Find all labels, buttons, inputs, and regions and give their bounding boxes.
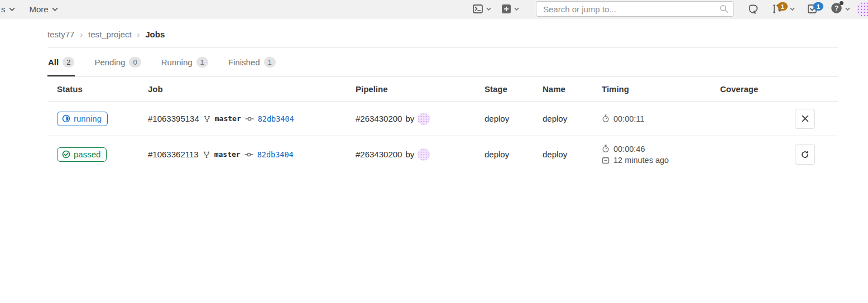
breadcrumb: testy77 › test_project › Jobs bbox=[47, 18, 838, 48]
calendar-icon bbox=[602, 156, 610, 164]
status-label: running bbox=[74, 114, 102, 123]
notification-dot bbox=[840, 1, 843, 5]
job-duration: 00:00:46 bbox=[613, 145, 645, 153]
terminal-icon bbox=[472, 3, 483, 15]
branch-name-link[interactable]: master bbox=[215, 114, 241, 123]
job-row: running #1063395134 master 82db3404 #263… bbox=[47, 102, 838, 136]
search-icon bbox=[720, 4, 728, 13]
breadcrumb-project-link[interactable]: test_project bbox=[88, 30, 132, 39]
merge-requests-count-badge: 1 bbox=[778, 2, 788, 11]
nav-item-truncated[interactable]: s bbox=[1, 4, 15, 14]
branch-icon bbox=[203, 115, 211, 123]
plus-square-icon bbox=[501, 4, 511, 14]
breadcrumb-separator: › bbox=[137, 30, 140, 39]
close-icon bbox=[801, 114, 809, 123]
stopwatch-icon bbox=[602, 145, 610, 153]
cancel-job-button[interactable] bbox=[795, 109, 815, 129]
job-finished-ago: 12 minutes ago bbox=[613, 156, 669, 165]
pipeline-id-link[interactable]: #263430200 bbox=[356, 114, 402, 123]
tab-finished[interactable]: Finished 1 bbox=[228, 48, 276, 76]
issues-icon bbox=[747, 3, 758, 15]
breadcrumb-group-link[interactable]: testy77 bbox=[47, 30, 74, 39]
branch-icon bbox=[203, 151, 210, 158]
tab-running-label: Running bbox=[161, 57, 193, 67]
tab-all[interactable]: All 2 bbox=[47, 48, 75, 76]
issues-button[interactable] bbox=[747, 3, 758, 15]
nav-item-truncated-label: s bbox=[1, 4, 6, 14]
commit-icon bbox=[244, 151, 253, 158]
chevron-down-icon bbox=[514, 7, 519, 11]
tab-finished-count: 1 bbox=[264, 57, 276, 68]
pipeline-author-avatar[interactable] bbox=[418, 148, 430, 161]
user-avatar[interactable] bbox=[857, 2, 868, 17]
stage-value: deploy bbox=[485, 114, 509, 123]
chevron-down-icon bbox=[845, 7, 850, 11]
chevron-down-icon bbox=[52, 7, 58, 11]
jobs-filter-tabs: All 2 Pending 0 Running 1 Finished 1 bbox=[47, 48, 838, 77]
chevron-down-icon bbox=[790, 7, 795, 11]
more-label: More bbox=[30, 4, 49, 14]
status-label: passed bbox=[74, 150, 100, 159]
search-input[interactable] bbox=[536, 1, 734, 17]
pipeline-by-label: by bbox=[405, 150, 414, 159]
main-content: testy77 › test_project › Jobs All 2 Pend… bbox=[47, 18, 838, 172]
jobs-table-header: Status Job Pipeline Stage Name Timing Co… bbox=[47, 77, 838, 102]
stopwatch-icon bbox=[602, 114, 610, 123]
name-value: deploy bbox=[543, 114, 567, 123]
help-dropdown[interactable]: ? bbox=[831, 2, 850, 16]
topbar-right-cluster: 1 1 ? bbox=[472, 1, 868, 17]
tab-finished-label: Finished bbox=[228, 57, 260, 67]
tab-all-count: 2 bbox=[63, 57, 74, 68]
breadcrumb-current-page: Jobs bbox=[145, 30, 165, 39]
header-timing: Timing bbox=[602, 84, 720, 94]
tab-pending[interactable]: Pending 0 bbox=[94, 48, 141, 76]
status-badge-passed[interactable]: passed bbox=[57, 147, 107, 162]
job-row: passed #1063362113 master 82db3404 #2634… bbox=[47, 136, 838, 172]
running-status-icon bbox=[62, 114, 70, 123]
branch-name-link[interactable]: master bbox=[214, 150, 241, 158]
chevron-down-icon bbox=[9, 7, 15, 11]
header-job: Job bbox=[148, 84, 356, 94]
commit-sha-link[interactable]: 82db3404 bbox=[258, 114, 294, 123]
todos-count-badge: 1 bbox=[813, 2, 823, 11]
pipeline-id-link[interactable]: #263430200 bbox=[356, 150, 402, 159]
nav-item-more[interactable]: More bbox=[30, 4, 58, 14]
tab-running[interactable]: Running 1 bbox=[161, 48, 209, 76]
commit-sha-link[interactable]: 82db3404 bbox=[257, 150, 294, 159]
header-stage: Stage bbox=[485, 84, 543, 94]
status-badge-running[interactable]: running bbox=[57, 112, 108, 126]
tab-all-label: All bbox=[48, 57, 59, 67]
new-item-dropdown[interactable] bbox=[501, 4, 519, 14]
header-status: Status bbox=[57, 84, 148, 94]
top-navbar: s More bbox=[0, 0, 868, 18]
merge-requests-dropdown[interactable]: 1 bbox=[771, 3, 795, 15]
name-value: deploy bbox=[543, 150, 567, 159]
pipeline-by-label: by bbox=[405, 114, 414, 123]
svg-text:?: ? bbox=[835, 4, 839, 12]
help-icon-wrap: ? bbox=[831, 2, 842, 16]
pipeline-author-avatar[interactable] bbox=[418, 113, 430, 125]
tab-running-count: 1 bbox=[196, 57, 208, 68]
breadcrumb-separator: › bbox=[80, 30, 83, 39]
retry-job-button[interactable] bbox=[795, 145, 815, 165]
global-search bbox=[536, 1, 734, 17]
header-name: Name bbox=[543, 84, 602, 94]
todos-button[interactable]: 1 bbox=[807, 3, 818, 15]
header-pipeline: Pipeline bbox=[356, 84, 485, 94]
job-duration: 00:00:11 bbox=[613, 114, 644, 123]
tab-pending-label: Pending bbox=[94, 57, 125, 67]
job-id-link[interactable]: #1063362113 bbox=[148, 150, 199, 159]
stage-value: deploy bbox=[485, 150, 509, 159]
tab-pending-count: 0 bbox=[129, 57, 141, 68]
web-terminal-dropdown[interactable] bbox=[472, 3, 491, 15]
chevron-down-icon bbox=[486, 7, 491, 11]
commit-icon bbox=[245, 115, 254, 123]
job-id-link[interactable]: #1063395134 bbox=[148, 114, 199, 123]
passed-status-icon bbox=[62, 150, 70, 158]
retry-icon bbox=[800, 150, 810, 160]
header-coverage: Coverage bbox=[720, 84, 795, 94]
